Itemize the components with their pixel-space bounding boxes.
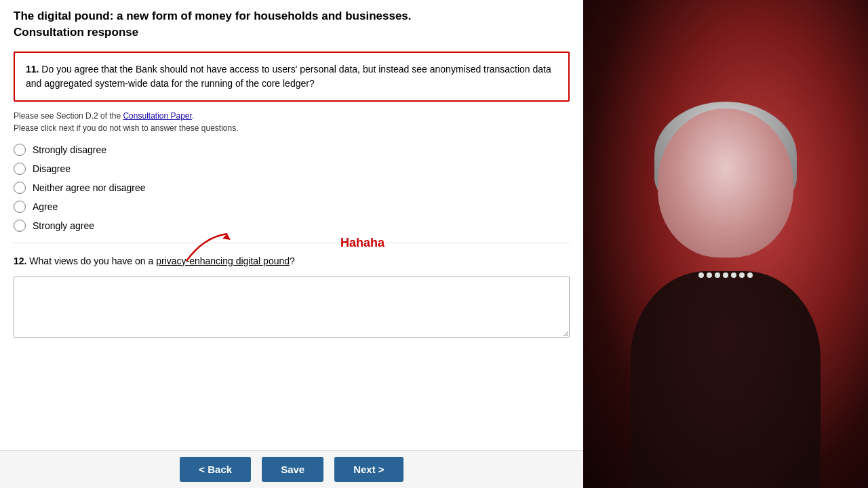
radio-strongly-agree[interactable] [14,220,26,232]
radio-label-neither: Neither agree nor disagree [33,182,146,193]
question-11-options: Strongly disagree Disagree Neither agree… [14,144,570,232]
necklace-dot [747,272,753,278]
option-agree[interactable]: Agree [14,201,570,213]
help-line2: Please click next if you do not wish to … [14,123,239,133]
necklace-dot [715,272,720,278]
necklace-dot [723,272,728,278]
necklace [698,272,753,278]
question-11-text: 11. Do you agree that the Bank should no… [26,62,557,91]
radio-agree[interactable] [14,201,26,213]
page-title-line1: The digital pound: a new form of money f… [14,9,412,22]
consultation-paper-link[interactable]: Consultation Paper [123,111,191,121]
survey-content: The digital pound: a new form of money f… [0,0,583,450]
question-12-textarea[interactable] [14,277,570,338]
help-prefix: Please see Section D.2 of the [14,111,121,121]
page-title-line2: Consultation response [14,26,138,39]
question-11-number: 11. [26,64,39,75]
annotation-arrow [183,230,237,264]
option-strongly-agree[interactable]: Strongly agree [14,220,570,232]
section-divider [14,243,570,243]
survey-panel: The digital pound: a new form of money f… [0,0,583,488]
back-button[interactable]: < Back [180,457,251,482]
bottom-nav: < Back Save Next > [0,450,583,488]
q12-prefix: What views do you have on a [29,256,153,266]
annotation-container: privacy-enhancing digital pound Hahaha [156,254,290,268]
question-12-number: 12. [14,256,26,266]
question-11-help: Please see Section D.2 of the Consultati… [14,110,570,134]
necklace-dot [731,272,736,278]
question-11-box: 11. Do you agree that the Bank should no… [14,52,570,102]
necklace-dot [707,272,712,278]
question-11-body: Do you agree that the Bank should not ha… [26,64,551,89]
necklace-dot [698,272,704,278]
radio-label-disagree: Disagree [33,163,71,174]
next-button[interactable]: Next > [334,457,403,482]
radio-strongly-disagree[interactable] [14,144,26,156]
hahaha-annotation: Hahaha [340,234,384,252]
head [658,108,793,258]
question-12-row: 12. What views do you have on a privacy-… [14,254,570,268]
person-silhouette [617,81,834,488]
textarea-wrapper [14,277,570,340]
q12-suffix: ? [290,256,295,266]
radio-label-strongly-agree: Strongly agree [33,220,94,231]
radio-label-strongly-disagree: Strongly disagree [33,144,106,155]
necklace-dot [739,272,745,278]
radio-disagree[interactable] [14,163,26,175]
radio-neither[interactable] [14,182,26,194]
option-strongly-disagree[interactable]: Strongly disagree [14,144,570,156]
video-overlay [583,0,868,488]
page-title: The digital pound: a new form of money f… [14,8,570,41]
option-disagree[interactable]: Disagree [14,163,570,175]
question-12-container: 12. What views do you have on a privacy-… [14,254,570,340]
radio-label-agree: Agree [33,201,58,212]
body [631,271,821,488]
option-neither[interactable]: Neither agree nor disagree [14,182,570,194]
save-button[interactable]: Save [262,457,323,482]
video-panel [583,0,868,488]
question-12-text: 12. What views do you have on a privacy-… [14,254,295,268]
